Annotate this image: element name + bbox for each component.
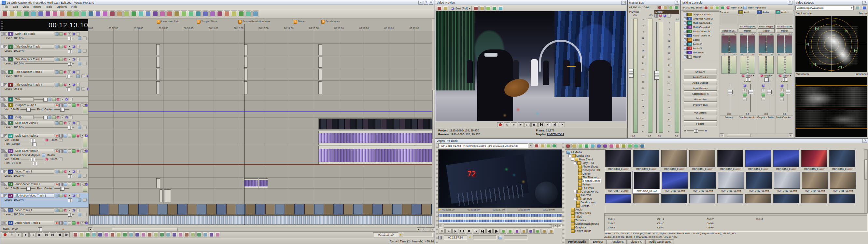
car-icon[interactable]: ▾	[68, 32, 71, 36]
wav-icon[interactable]	[762, 98, 765, 101]
cmp-icon[interactable]	[59, 58, 63, 61]
env-icon[interactable]	[82, 87, 85, 91]
env-icon[interactable]	[83, 62, 87, 65]
track-name[interactable]: Title Graphics Track	[14, 44, 54, 49]
device-button-1[interactable]: Sound Mapper	[776, 25, 793, 29]
media-thumbnail[interactable]	[800, 194, 828, 204]
timeline-event[interactable]	[259, 178, 268, 188]
cut-event-button[interactable]	[97, 232, 103, 238]
trimmer-cursor[interactable]	[506, 208, 506, 223]
view-master-bus[interactable]: Master Bus	[684, 97, 717, 102]
dock-titlebar[interactable]: Vegas Pro Dock ❐	[435, 139, 868, 143]
paste-event-button[interactable]	[110, 232, 115, 238]
tab-explorer[interactable]: Explorer	[590, 239, 607, 244]
timeline-event[interactable]	[156, 57, 160, 68]
new-project-icon[interactable]	[2, 10, 8, 17]
go-to-start-button[interactable]	[43, 232, 49, 237]
level-knob[interactable]	[68, 199, 72, 202]
play-from-start-button[interactable]	[511, 122, 517, 127]
console-track-item[interactable]: ✓11Multi-Cam Aud...	[684, 25, 719, 29]
paste-icon[interactable]	[59, 10, 65, 17]
dim-output-icon[interactable]	[720, 5, 725, 10]
gear-icon[interactable]	[76, 149, 80, 153]
save-project-icon[interactable]	[16, 10, 23, 17]
arm-icon[interactable]	[55, 134, 59, 138]
record-button[interactable]	[497, 122, 503, 127]
next-frame-button[interactable]	[493, 229, 499, 234]
bin-dinner[interactable]: Dinner	[566, 172, 605, 175]
track-collapse[interactable]: ≡	[4, 71, 7, 73]
menu-edit[interactable]: Edit	[11, 5, 20, 8]
fxv-icon[interactable]	[55, 121, 59, 125]
trimmer-media-dropdown[interactable]: ▾	[529, 143, 533, 148]
go-to-start-button[interactable]	[473, 229, 479, 234]
level-slider[interactable]	[25, 38, 74, 38]
media-thumbnail[interactable]: RDP-3461_01.mxf	[717, 171, 745, 194]
media-thumbnail[interactable]: RDP-3449_01.mxf	[632, 149, 660, 171]
trimmer-scrollbar[interactable]: ◂ ▸ + −	[438, 224, 562, 228]
car-icon[interactable]: ▾	[68, 70, 71, 74]
lock-envelopes-icon[interactable]	[238, 10, 245, 17]
normal-edit-tool-button[interactable]	[72, 232, 78, 238]
timeline-vscrollbar[interactable]	[432, 31, 435, 225]
device-button-1[interactable]: Sound Mapper	[757, 25, 775, 29]
pause-button[interactable]	[29, 232, 35, 237]
track-collapse[interactable]: ≡	[4, 134, 7, 137]
media-thumbnail[interactable]	[632, 194, 660, 204]
menu-tools[interactable]: Tools	[43, 5, 54, 8]
view-audio-busses[interactable]: Audio Busses	[684, 80, 717, 85]
track-grip[interactable]	[1, 182, 4, 186]
track-grip[interactable]	[1, 32, 4, 36]
track-header-6[interactable]: ≡6Title ...▾!	[0, 97, 88, 102]
gear-icon[interactable]	[56, 115, 60, 119]
track-checkbox[interactable]: ✓	[684, 17, 687, 20]
get-media-icon[interactable]	[571, 143, 577, 149]
marker-4[interactable]: 4Limousine Ride	[157, 20, 179, 24]
track-level-slider[interactable]	[34, 99, 47, 100]
insert-region-button[interactable]	[548, 229, 554, 234]
timeline-event[interactable]	[164, 189, 171, 202]
trim-event-button[interactable]	[122, 232, 128, 238]
timeline-hscrollbar[interactable]: ◂ ▸ + − ⌕	[88, 227, 435, 231]
pan-slider[interactable]	[22, 144, 44, 144]
cmp-icon[interactable]	[59, 83, 63, 86]
mute-icon[interactable]	[72, 58, 75, 61]
timeline-event[interactable]	[156, 178, 160, 188]
start-preview-icon[interactable]	[615, 143, 620, 149]
mixing-console-titlebar[interactable]: Mixing Console ❐	[681, 0, 794, 5]
track-checkbox[interactable]: ✓	[684, 22, 687, 24]
rt-icon[interactable]	[654, 14, 658, 18]
cmp-icon[interactable]	[59, 32, 63, 36]
mute-icon[interactable]	[762, 84, 765, 88]
selection-edit-tool-button[interactable]	[85, 232, 91, 238]
track-grip[interactable]	[1, 221, 4, 225]
bin-motion-background[interactable]: Motion Background	[566, 222, 605, 225]
timeline-event[interactable]	[244, 178, 258, 188]
save-trimmer-markers-button[interactable]	[527, 229, 534, 234]
bin-formal-dance[interactable]: Formal Dance	[566, 179, 605, 182]
mute-icon[interactable]	[72, 45, 75, 48]
bin-main-event[interactable]: -Main Event	[566, 158, 605, 161]
properties-icon[interactable]	[674, 5, 679, 10]
master-bus-titlebar[interactable]: Master Bus ❐	[628, 0, 680, 5]
console-track-item[interactable]: ✓10Multi-Cam Aud...	[684, 21, 719, 25]
tree-expand[interactable]: -	[568, 154, 571, 157]
auto-ripple-icon[interactable]	[231, 10, 237, 17]
gear-icon[interactable]	[63, 194, 67, 198]
play-from-start-button[interactable]	[445, 229, 452, 234]
bin-textures[interactable]: Textures	[566, 218, 605, 222]
track-checkbox[interactable]: ✓	[684, 13, 687, 16]
media-thumbnail[interactable]: RDP-3448_01.mxf	[604, 149, 632, 171]
preview-quality-icon[interactable]	[473, 6, 478, 11]
solo-icon[interactable]: !	[76, 209, 80, 212]
marker-5[interactable]: 5Temple Shoot	[197, 20, 217, 24]
timecode-grip[interactable]	[1, 21, 3, 32]
device-button-2[interactable]: Microsoft So...	[720, 29, 738, 33]
group-events-button[interactable]	[134, 232, 140, 238]
transport-timecode[interactable]: 00:12:13.10	[373, 232, 399, 237]
media-thumbnail[interactable]: RDP-3463_01.mxf	[773, 171, 801, 194]
envelope-line-blue[interactable]	[88, 111, 432, 112]
view-audio-tracks[interactable]: Audio Tracks	[684, 75, 717, 80]
project-media-icon[interactable]	[116, 10, 123, 17]
track-level-slider[interactable]	[34, 117, 47, 117]
